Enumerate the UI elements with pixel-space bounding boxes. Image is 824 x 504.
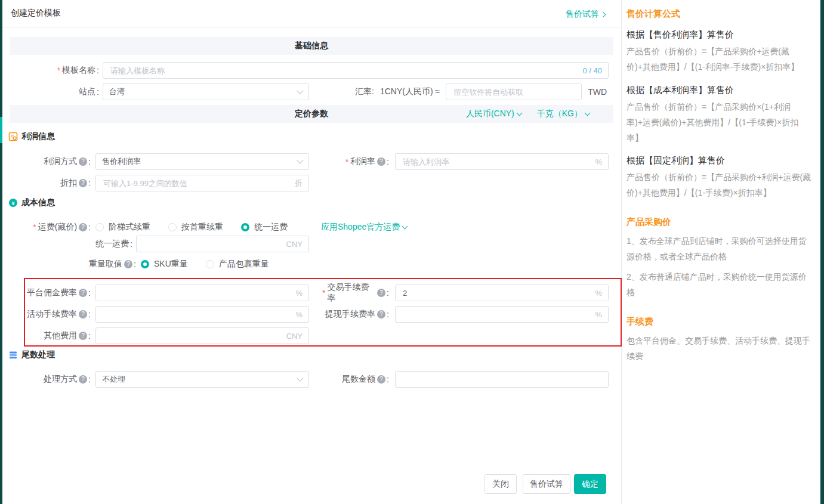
uniform-shipping-label: 统一运费 (10, 236, 132, 252)
profit-rate-input[interactable] (402, 157, 591, 167)
weight-unit-label: 千克（KG） (537, 109, 582, 119)
help-icon[interactable]: ? (79, 179, 87, 187)
weight-source-label-text: 重量取值 (89, 259, 122, 270)
unit-selectors: 人民币(CNY) 千克（KG） (466, 105, 590, 123)
withdrawal-fee-label: 提现手续费率 ? (322, 306, 389, 323)
formula-heading: 根据【固定利润】算售价 (627, 155, 813, 166)
rounding-amount-input[interactable] (402, 375, 602, 385)
other-fee-label: 其他费用 ? (10, 327, 91, 344)
radio-uniform-shipping[interactable]: 统一运费 (241, 222, 288, 233)
confirm-button[interactable]: 确定 (574, 474, 606, 494)
profit-method-select[interactable]: 售价利润率 (95, 153, 309, 170)
radio-label: 统一运费 (254, 222, 288, 233)
other-fee-input[interactable] (102, 331, 283, 341)
currency-unit-select[interactable]: 人民币(CNY) (466, 109, 521, 119)
radio-icon (168, 223, 177, 231)
site-select-value: 台湾 (109, 86, 125, 97)
rounding-method-label: 处理方式 ? (10, 371, 91, 388)
apply-shopee-shipping-link[interactable]: 应用Shopee官方运费 (321, 222, 407, 233)
rounding-section-heading: 尾数处理 (8, 350, 55, 360)
site-select[interactable]: 台湾 (103, 84, 309, 100)
exchange-rate-label: 汇率 (355, 86, 374, 97)
percent-suffix: % (595, 310, 602, 319)
help-icon[interactable]: ? (79, 289, 87, 297)
help-icon[interactable]: ? (377, 375, 385, 384)
exchange-rate-input[interactable] (452, 87, 575, 97)
close-button[interactable]: 关闭 (484, 474, 517, 494)
chevron-right-icon (600, 11, 606, 17)
help-icon[interactable]: ? (79, 310, 87, 319)
activity-fee-input[interactable] (102, 310, 292, 320)
formula-body: 产品售价（折前价）=【产品采购价+运费(藏价)+其他费用】/【(1-利润率-手续… (627, 44, 813, 75)
radio-icon-checked (141, 260, 149, 268)
platform-commission-label-text: 平台佣金费率 (27, 287, 77, 298)
rounding-icon (8, 350, 18, 360)
rounding-method-value: 不处理 (102, 374, 125, 385)
rounding-method-select[interactable]: 不处理 (95, 371, 309, 388)
transaction-fee-input-wrap: % (395, 285, 609, 301)
shipping-radio-group: 阶梯式续重 按首重续重 统一运费 应用Shopee官方运费 (95, 220, 407, 234)
help-icon[interactable]: ? (377, 289, 385, 297)
platform-commission-input[interactable] (102, 288, 292, 298)
radio-first-continue-weight[interactable]: 按首重续重 (168, 222, 223, 233)
weight-unit-select[interactable]: 千克（KG） (537, 109, 590, 119)
help-icon[interactable]: ? (124, 260, 132, 268)
help-icon[interactable]: ? (79, 223, 87, 231)
help-sidebar: 售价计算公式 根据【售价利润率】算售价 产品售价（折前价）=【产品采购价+运费(… (621, 0, 820, 504)
profit-rate-input-wrap: % (395, 153, 609, 170)
radio-package-weight[interactable]: 产品包裹重量 (206, 259, 269, 270)
percent-suffix: % (295, 289, 303, 298)
activity-fee-input-wrap: % (95, 306, 309, 323)
other-fee-input-wrap: CNY (95, 327, 309, 344)
template-name-input[interactable] (109, 66, 579, 76)
svg-text:¥: ¥ (11, 200, 14, 206)
profit-section-heading: 利润信息 (8, 131, 55, 142)
rounding-amount-label-text: 尾数金额 (342, 374, 375, 385)
price-trial-button[interactable]: 售价试算 (523, 474, 570, 494)
help-icon[interactable]: ? (79, 375, 87, 384)
chevron-down-icon (516, 110, 522, 116)
platform-commission-input-wrap: % (95, 285, 309, 301)
cost-section-heading: ¥ 成本信息 (8, 197, 55, 208)
help-icon[interactable]: ? (79, 332, 87, 340)
help-icon[interactable]: ? (377, 157, 385, 166)
transaction-fee-input[interactable] (402, 288, 591, 298)
formula-heading: 根据【成本利润率】算售价 (627, 85, 813, 96)
apply-shopee-shipping-label: 应用Shopee官方运费 (321, 222, 400, 233)
radio-label: 阶梯式续重 (109, 222, 150, 233)
other-fee-label-text: 其他费用 (44, 330, 77, 341)
chevron-down-icon (297, 87, 303, 94)
exchange-rate-row: 汇率 1CNY(人民币) ≈ TWD (355, 84, 607, 100)
profit-method-value: 售价利润率 (102, 156, 141, 167)
price-trial-link[interactable]: 售价试算 (566, 9, 605, 20)
percent-suffix: % (595, 157, 602, 166)
price-trial-link-label: 售价试算 (566, 9, 599, 20)
help-icon[interactable]: ? (377, 310, 385, 319)
radio-label: SKU重量 (154, 259, 188, 270)
currency-unit-label: 人民币(CNY) (466, 109, 514, 119)
fee-title: 手续费 (627, 316, 813, 327)
profit-rate-label-text: 利润率 (350, 156, 375, 167)
radio-tiered-weight[interactable]: 阶梯式续重 (95, 222, 150, 233)
chevron-down-icon (585, 110, 591, 116)
withdrawal-fee-input[interactable] (402, 310, 591, 320)
discount-label-text: 折扣 (60, 178, 77, 188)
withdrawal-fee-label-text: 提现手续费率 (325, 309, 375, 320)
formula-title: 售价计算公式 (627, 8, 813, 20)
exchange-rate-prefix: 1CNY(人民币) ≈ (380, 86, 440, 97)
radio-sku-weight[interactable]: SKU重量 (141, 259, 188, 270)
create-pricing-template-drawer: 创建定价模板 售价试算 基础信息 模板名称 0 / 40 站点 台湾 汇率 1C… (0, 0, 824, 504)
section-bar-basic-label: 基础信息 (295, 41, 328, 51)
transaction-fee-label: 交易手续费率 ? (322, 285, 389, 301)
char-counter: 0 / 40 (582, 66, 602, 75)
cny-suffix: CNY (286, 240, 303, 249)
uniform-shipping-input[interactable] (143, 239, 283, 249)
profit-method-label: 利润方式 ? (10, 153, 91, 170)
discount-suffix: 折 (295, 178, 303, 188)
discount-input[interactable] (102, 178, 291, 188)
exchange-rate-currency: TWD (588, 87, 607, 97)
transaction-fee-label-text: 交易手续费率 (327, 282, 375, 304)
help-icon[interactable]: ? (79, 157, 87, 166)
section-bar-basic-info: 基础信息 (10, 37, 613, 55)
radio-icon (206, 260, 214, 268)
